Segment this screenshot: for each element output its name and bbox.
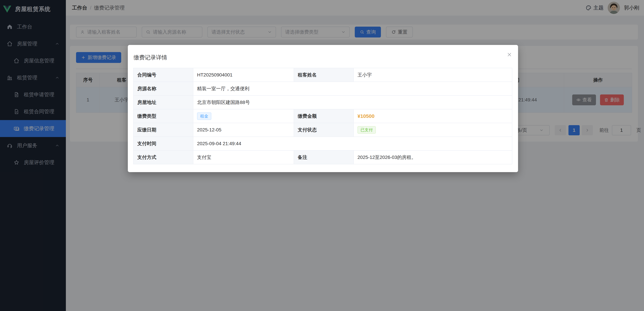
- pay-method-value: 支付宝: [193, 151, 294, 164]
- pay-time-value: 2025-09-04 21:49:44: [193, 137, 512, 151]
- detail-label: 房屋地址: [134, 96, 193, 109]
- close-icon[interactable]: [506, 52, 512, 57]
- detail-row: 支付时间 2025-09-04 21:49:44: [134, 137, 512, 151]
- detail-label: 应缴日期: [134, 123, 193, 137]
- detail-row: 房源名称 精装一室一厅，交通便利: [134, 82, 512, 96]
- tenant-name-value: 王小宇: [354, 68, 512, 82]
- fee-type-tag: 租金: [197, 112, 211, 120]
- house-address-value: 北京市朝阳区建国路88号: [193, 96, 512, 109]
- detail-row: 合同编号 HT20250904001 租客姓名 王小宇: [134, 68, 512, 82]
- detail-row: 房屋地址 北京市朝阳区建国路88号: [134, 96, 512, 109]
- detail-label: 缴费金额: [294, 109, 354, 123]
- contract-number-value: HT20250904001: [193, 68, 294, 82]
- payment-detail-table: 合同编号 HT20250904001 租客姓名 王小宇 房源名称 精装一室一厅，…: [133, 68, 512, 164]
- amount-value: ¥10500: [354, 109, 512, 123]
- modal-title: 缴费记录详情: [134, 54, 167, 61]
- detail-label: 备注: [294, 151, 354, 164]
- detail-label: 支付时间: [134, 137, 193, 151]
- pay-status-tag: 已支付: [358, 126, 376, 134]
- payment-detail-modal: 缴费记录详情 合同编号 HT20250904001 租客姓名 王小宇 房源名称 …: [128, 45, 518, 172]
- remark-value: 2025-12至2026-03的房租。: [354, 151, 512, 164]
- pay-status-value: 已支付: [354, 123, 512, 137]
- fee-type-value: 租金: [193, 109, 294, 123]
- detail-row: 缴费类型 租金 缴费金额 ¥10500: [134, 109, 512, 123]
- detail-label: 合同编号: [134, 68, 193, 82]
- due-date-value: 2025-12-05: [193, 123, 294, 137]
- amount-text: ¥10500: [358, 113, 374, 119]
- detail-label: 支付状态: [294, 123, 354, 137]
- house-name-value: 精装一室一厅，交通便利: [193, 82, 512, 96]
- detail-label: 支付方式: [134, 151, 193, 164]
- detail-label: 缴费类型: [134, 109, 193, 123]
- detail-label: 房源名称: [134, 82, 193, 96]
- detail-row: 支付方式 支付宝 备注 2025-12至2026-03的房租。: [134, 151, 512, 164]
- detail-row: 应缴日期 2025-12-05 支付状态 已支付: [134, 123, 512, 137]
- detail-label: 租客姓名: [294, 68, 354, 82]
